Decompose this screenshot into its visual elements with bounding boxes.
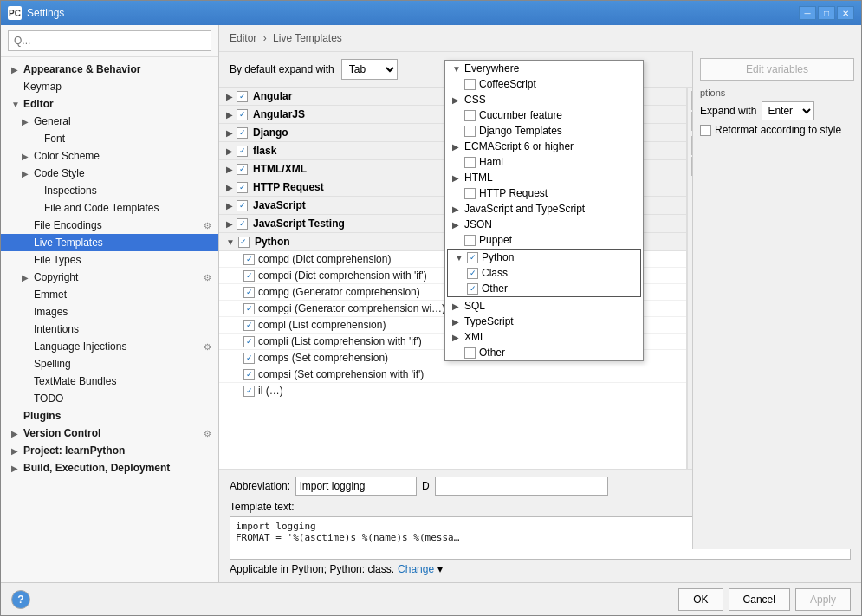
dd-checkbox[interactable] bbox=[464, 235, 476, 246]
arrow-icon: ▼ bbox=[11, 100, 20, 109]
sidebar-item-codestyle[interactable]: ▶ Code Style bbox=[1, 165, 218, 182]
arrow-icon: ▶ bbox=[11, 65, 20, 75]
description-input[interactable] bbox=[435, 477, 608, 496]
ok-button[interactable]: OK bbox=[678, 588, 723, 611]
sidebar-item-editor[interactable]: ▼ Editor bbox=[1, 95, 218, 113]
item-checkbox[interactable] bbox=[243, 270, 255, 282]
sidebar-item-appearance[interactable]: ▶ Appearance & Behavior bbox=[1, 61, 218, 78]
group-checkbox-htmlxml[interactable] bbox=[237, 164, 248, 175]
group-checkbox-flask[interactable] bbox=[237, 146, 248, 157]
sidebar-item-spelling[interactable]: Spelling bbox=[1, 355, 218, 373]
dd-label-python: Python bbox=[482, 251, 514, 263]
template-item-il[interactable]: il (…) bbox=[219, 383, 686, 399]
item-checkbox[interactable] bbox=[243, 320, 255, 331]
dd-checkbox-class[interactable] bbox=[467, 268, 478, 279]
dd-checkbox[interactable] bbox=[464, 79, 476, 90]
sidebar-item-inspections[interactable]: Inspections bbox=[1, 182, 218, 199]
sidebar-item-intentions[interactable]: Intentions bbox=[1, 321, 218, 338]
sidebar-item-project[interactable]: ▶ Project: learnPython bbox=[1, 442, 218, 459]
sidebar-label: File Encodings bbox=[34, 219, 102, 231]
item-checkbox[interactable] bbox=[243, 386, 255, 397]
dd-item-ecmascript6[interactable]: ▶ ECMAScript 6 or higher bbox=[445, 139, 643, 154]
app-icon: PC bbox=[8, 6, 22, 20]
sidebar-item-textmatebundles[interactable]: TextMate Bundles bbox=[1, 373, 218, 390]
group-checkbox-python[interactable] bbox=[238, 237, 250, 248]
breadcrumb-part2: Live Templates bbox=[273, 32, 342, 44]
sidebar-item-images[interactable]: Images bbox=[1, 303, 218, 321]
dd-item-cucumberfeature[interactable]: Cucumber feature bbox=[445, 107, 643, 123]
group-checkbox-javascripttesting[interactable] bbox=[237, 218, 248, 230]
sidebar-item-filetypes[interactable]: File Types bbox=[1, 251, 218, 269]
maximize-button[interactable]: □ bbox=[818, 6, 835, 20]
group-checkbox-httprequest[interactable] bbox=[237, 182, 248, 193]
dd-item-puppet[interactable]: Puppet bbox=[445, 232, 643, 248]
dd-item-coffeescript[interactable]: CoffeeScript bbox=[445, 76, 643, 92]
item-checkbox[interactable] bbox=[243, 287, 255, 298]
item-checkbox[interactable] bbox=[243, 254, 255, 265]
sidebar-item-font[interactable]: Font bbox=[1, 130, 218, 147]
sidebar-item-languageinjections[interactable]: Language Injections ⚙ bbox=[1, 338, 218, 355]
dd-checkbox[interactable] bbox=[464, 188, 476, 199]
sidebar-item-colorscheme[interactable]: ▶ Color Scheme bbox=[1, 147, 218, 165]
dd-checkbox[interactable] bbox=[464, 126, 476, 137]
apply-button[interactable]: Apply bbox=[795, 588, 851, 611]
dd-item-xml[interactable]: ▶ XML bbox=[445, 329, 643, 345]
dd-item-sql[interactable]: ▶ SQL bbox=[445, 298, 643, 314]
group-arrow-icon: ▶ bbox=[226, 92, 233, 101]
dd-item-html[interactable]: ▶ HTML bbox=[445, 170, 643, 185]
dd-item-css[interactable]: ▶ CSS bbox=[445, 92, 643, 107]
dd-item-other-root[interactable]: Other bbox=[445, 345, 643, 360]
search-input[interactable] bbox=[8, 30, 211, 51]
sidebar-item-plugins[interactable]: Plugins bbox=[1, 407, 218, 425]
sidebar-item-copyright[interactable]: ▶ Copyright ⚙ bbox=[1, 269, 218, 286]
dd-item-everywhere[interactable]: ▼ Everywhere bbox=[445, 61, 643, 76]
dd-item-python-class[interactable]: Class bbox=[448, 265, 640, 281]
minimize-button[interactable]: ─ bbox=[799, 6, 816, 20]
title-bar-text: Settings bbox=[27, 7, 64, 19]
dd-item-httprequest[interactable]: HTTP Request bbox=[445, 185, 643, 201]
abbreviation-input[interactable] bbox=[295, 477, 417, 496]
sidebar-item-build[interactable]: ▶ Build, Execution, Deployment bbox=[1, 459, 218, 477]
expand-with-select[interactable]: Tab Enter Space bbox=[341, 59, 398, 80]
group-label-htmlxml: HTML/XML bbox=[253, 163, 307, 175]
dd-checkbox-other-root[interactable] bbox=[464, 347, 476, 359]
item-checkbox[interactable] bbox=[243, 336, 255, 347]
dd-item-python-group[interactable]: ▼ Python bbox=[448, 250, 640, 265]
sidebar-label: Editor bbox=[23, 98, 54, 110]
expand-select[interactable]: Enter Tab Space bbox=[762, 101, 814, 120]
template-item-compsi[interactable]: compsi (Set comprehension with 'if') bbox=[219, 366, 686, 383]
dd-item-python-other[interactable]: Other bbox=[448, 281, 640, 296]
dd-item-typescript[interactable]: ▶ TypeScript bbox=[445, 314, 643, 329]
reformat-checkbox[interactable] bbox=[700, 125, 711, 136]
cancel-button[interactable]: Cancel bbox=[729, 588, 790, 611]
item-checkbox[interactable] bbox=[243, 353, 255, 364]
sidebar-item-versioncontrol[interactable]: ▶ Version Control ⚙ bbox=[1, 425, 218, 442]
dd-checkbox-other[interactable] bbox=[467, 283, 478, 295]
item-checkbox[interactable] bbox=[243, 303, 255, 314]
dd-arrow-icon: ▶ bbox=[452, 142, 461, 152]
sidebar-item-todo[interactable]: TODO bbox=[1, 390, 218, 407]
group-checkbox-angularjs[interactable] bbox=[237, 109, 248, 120]
close-button[interactable]: ✕ bbox=[837, 6, 854, 20]
group-checkbox-angular[interactable] bbox=[237, 91, 248, 102]
sidebar-item-livetemplates[interactable]: Live Templates bbox=[1, 234, 218, 251]
dd-item-haml[interactable]: Haml bbox=[445, 154, 643, 170]
sidebar-item-keymap[interactable]: Keymap bbox=[1, 78, 218, 95]
dd-item-json[interactable]: ▶ JSON bbox=[445, 217, 643, 232]
sidebar-item-fileencodings[interactable]: File Encodings ⚙ bbox=[1, 217, 218, 234]
sidebar-item-filecodetemplates[interactable]: File and Code Templates bbox=[1, 199, 218, 217]
sidebar-item-general[interactable]: ▶ General bbox=[1, 113, 218, 130]
dd-item-jsts[interactable]: ▶ JavaScript and TypeScript bbox=[445, 201, 643, 217]
dd-label: HTTP Request bbox=[479, 187, 548, 199]
dd-checkbox-python[interactable] bbox=[467, 252, 478, 263]
dd-checkbox[interactable] bbox=[464, 157, 476, 168]
dd-checkbox[interactable] bbox=[464, 110, 476, 121]
group-checkbox-django[interactable] bbox=[237, 127, 248, 139]
item-checkbox[interactable] bbox=[243, 369, 255, 380]
dd-item-djangotemplates[interactable]: Django Templates bbox=[445, 123, 643, 139]
sidebar-item-emmet[interactable]: Emmet bbox=[1, 286, 218, 303]
edit-variables-button[interactable]: Edit variables bbox=[700, 58, 854, 81]
change-link[interactable]: Change bbox=[398, 563, 434, 575]
help-button[interactable]: ? bbox=[11, 590, 30, 609]
group-checkbox-javascript[interactable] bbox=[237, 200, 248, 211]
